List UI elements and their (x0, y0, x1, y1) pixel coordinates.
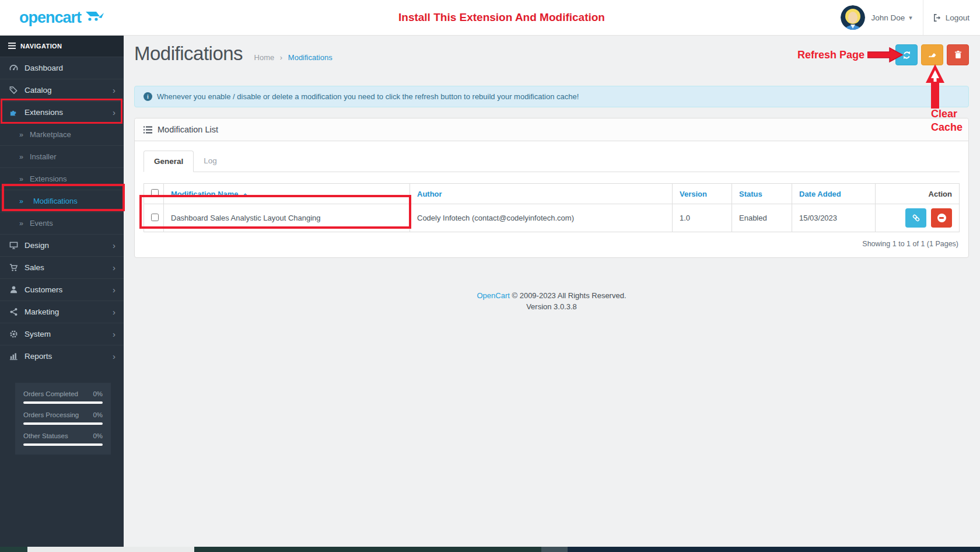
sidebar-item-reports[interactable]: Reports › (0, 345, 124, 367)
row-checkbox[interactable] (151, 214, 159, 221)
stat-orders-processing: Orders Processing 0% (23, 411, 103, 418)
user-area: John Doe ▾ Logout (841, 0, 980, 35)
footer-copyright: OpenCart © 2009-2023 All Rights Reserved… (134, 291, 969, 300)
sidebar-item-design[interactable]: Design › (0, 234, 124, 256)
info-icon: i (144, 92, 152, 101)
breadcrumb-home[interactable]: Home (254, 53, 275, 62)
col-header-version: Version (673, 184, 732, 204)
info-alert: i Whenever you enable / disable or delet… (134, 86, 969, 107)
user-name[interactable]: John Doe (871, 13, 905, 22)
sidebar-item-label: Extensions (24, 108, 106, 117)
opencart-logo[interactable]: opencart (0, 0, 124, 35)
cell-date-added: 15/03/2023 (792, 204, 876, 232)
tags-icon (9, 86, 18, 95)
panel-header: Modification List (135, 118, 968, 141)
sidebar-item-label: Dashboard (24, 64, 116, 72)
stat-progress-bar (23, 401, 103, 404)
sidebar-item-marketing[interactable]: Marketing › (0, 301, 124, 323)
pagination-summary: Showing 1 to 1 of 1 (1 Pages) (144, 232, 960, 250)
sidebar-item-dashboard[interactable]: Dashboard (0, 57, 124, 79)
modification-table-wrap: Modification Name Author (144, 183, 960, 250)
opencart-cart-icon (85, 11, 104, 25)
stat-label: Orders Processing (23, 411, 79, 418)
sidebar-item-catalog[interactable]: Catalog › (0, 79, 124, 101)
panel-title: Modification List (158, 125, 218, 134)
sidebar-item-label: Marketing (24, 308, 106, 316)
minus-circle-icon (937, 214, 946, 222)
col-header-date-added: Date Added (792, 184, 876, 204)
stat-value: 0% (93, 411, 103, 418)
sidebar-item-marketplace[interactable]: » Marketplace (0, 123, 124, 145)
stat-value: 0% (93, 390, 103, 397)
modification-list-panel: Modification List General Log (134, 118, 969, 258)
sidebar-item-extensions[interactable]: Extensions › (0, 101, 124, 123)
sort-link-author[interactable]: Author (417, 190, 442, 198)
sidebar-item-events[interactable]: » Events (0, 212, 124, 234)
select-all-cell (144, 184, 164, 204)
hamburger-icon (8, 43, 16, 49)
sidebar-item-modifications[interactable]: » Modifications (0, 190, 124, 212)
stat-label: Other Statuses (23, 432, 68, 439)
scrollbar-segment (194, 547, 541, 552)
col-header-action: Action (876, 184, 960, 204)
refresh-button[interactable] (895, 44, 918, 65)
sidebar-item-label: Sales (24, 263, 106, 272)
sidebar-item-label: Catalog (24, 86, 106, 95)
gear-icon (9, 330, 18, 338)
logout-label: Logout (946, 13, 970, 22)
opencart-footer-link[interactable]: OpenCart (477, 291, 509, 300)
sort-asc-icon (243, 193, 248, 197)
cell-author: Codely Infotech (contact@codelyinfotech.… (410, 204, 673, 232)
breadcrumb-current[interactable]: Modifications (288, 53, 332, 62)
disable-button[interactable] (931, 208, 952, 228)
cell-version: 1.0 (673, 204, 732, 232)
stat-value: 0% (93, 432, 103, 439)
copyright-text: © 2009-2023 All Rights Reserved. (512, 291, 626, 300)
breadcrumb: Home › Modifications (254, 53, 332, 62)
opencart-logo-text: opencart (19, 9, 81, 27)
row-select-cell (144, 204, 164, 232)
cell-status: Enabled (732, 204, 792, 232)
bar-chart-icon (9, 352, 18, 361)
sidebar-item-label: Customers (24, 285, 106, 294)
eraser-icon (928, 51, 937, 59)
table-row: Dashboard Sales Analystic Layout Changin… (144, 204, 960, 232)
navigation-header: NAVIGATION (0, 35, 124, 57)
sidebar-item-label: Extensions (30, 174, 116, 183)
cell-action (876, 204, 960, 232)
list-icon (144, 126, 152, 134)
chevron-right-icon: › (113, 330, 116, 338)
sort-link-name[interactable]: Modification Name (171, 190, 239, 198)
sidebar-item-customers[interactable]: Customers › (0, 278, 124, 301)
sidebar-item-sales[interactable]: Sales › (0, 256, 124, 278)
scrollbar-thumb[interactable] (27, 547, 194, 552)
sidebar-item-extensions-sub[interactable]: » Extensions (0, 167, 124, 190)
logout-button[interactable]: Logout (933, 13, 980, 22)
delete-button[interactable] (947, 44, 969, 65)
double-chevron-icon: » (19, 175, 23, 183)
avatar[interactable] (841, 5, 865, 30)
double-chevron-icon: » (19, 153, 23, 161)
sort-link-date-added[interactable]: Date Added (799, 190, 841, 198)
modification-table: Modification Name Author (144, 183, 960, 232)
scrollbar-segment (0, 547, 27, 552)
tab-bar: General Log (144, 151, 960, 172)
chevron-right-icon: › (113, 86, 116, 95)
puzzle-icon (9, 108, 18, 117)
sort-link-version[interactable]: Version (680, 190, 707, 198)
stat-label: Orders Completed (23, 390, 78, 397)
sort-link-status[interactable]: Status (739, 190, 762, 198)
table-header-row: Modification Name Author (144, 184, 960, 204)
tab-log[interactable]: Log (194, 151, 227, 172)
select-all-checkbox[interactable] (151, 189, 159, 197)
clear-cache-button[interactable] (921, 44, 943, 65)
tab-general[interactable]: General (144, 151, 194, 172)
sidebar-item-system[interactable]: System › (0, 323, 124, 345)
edit-link-button[interactable] (905, 208, 926, 228)
top-header: opencart Install This Extension And Modi… (0, 0, 980, 36)
trash-icon (954, 51, 962, 59)
sidebar-item-label: Marketplace (30, 130, 116, 139)
page-header: Modifications Home › Modifications (134, 43, 969, 81)
sidebar-item-installer[interactable]: » Installer (0, 145, 124, 167)
bottom-scrollbar[interactable] (0, 547, 980, 552)
